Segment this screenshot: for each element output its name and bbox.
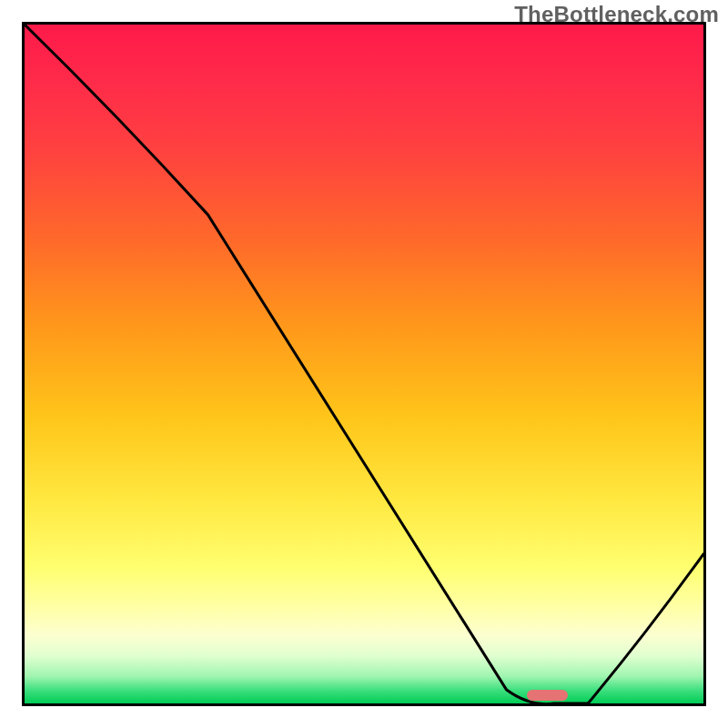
watermark-text: TheBottleneck.com	[514, 2, 719, 27]
curve-layer	[25, 25, 703, 703]
chart-root: TheBottleneck.com	[0, 0, 728, 728]
optimal-marker	[527, 690, 568, 701]
bottleneck-curve	[25, 25, 703, 703]
plot-frame	[22, 22, 706, 706]
